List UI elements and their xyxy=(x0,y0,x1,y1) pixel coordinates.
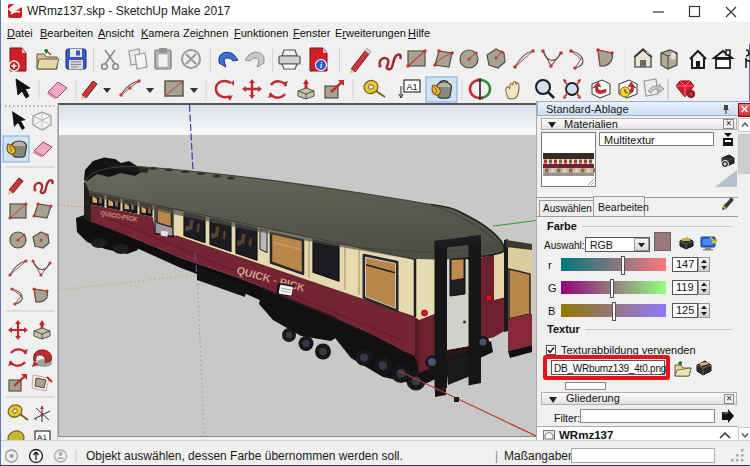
svg-text:A1: A1 xyxy=(37,433,47,440)
svg-text:A1: A1 xyxy=(406,82,417,92)
